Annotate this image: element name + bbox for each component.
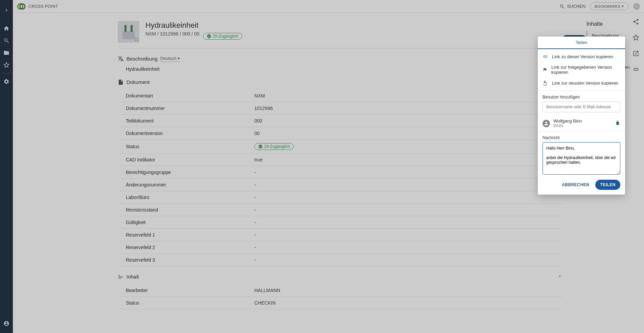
nav-account[interactable] <box>0 317 13 330</box>
table-row: Reservefeld 1- <box>118 229 563 241</box>
table-row: BearbeiterHALLMANN <box>118 284 563 297</box>
prop-key: Berechtigungsgruppe <box>118 166 246 179</box>
prop-value: true <box>246 154 563 166</box>
favorite-button[interactable] <box>632 34 639 42</box>
prop-key: Labor/Büro <box>118 191 246 204</box>
message-textarea[interactable] <box>543 142 620 175</box>
section-beschreibung: Beschreibung Deutsch ▾ Hydraulikeinheit <box>118 55 563 72</box>
table-row: DokumentartNXM <box>118 90 563 102</box>
add-user-label: Benutzer hinzufügen <box>538 91 625 102</box>
add-button[interactable]: + <box>633 3 640 10</box>
status-chip: 20-Zugänglich <box>254 143 294 150</box>
prop-value: 000 <box>246 115 563 127</box>
avatar-icon <box>543 120 550 127</box>
brand: CROSS·POINT <box>17 2 58 11</box>
prop-key: Dokumentversion <box>118 127 246 140</box>
brand-logo-icon <box>17 2 26 11</box>
open-external-button[interactable] <box>632 50 639 58</box>
table-row: Gültigkeit- <box>118 216 563 229</box>
prop-key: CAD Indikator <box>118 154 246 166</box>
cancel-button[interactable]: ABBRECHEN <box>558 180 593 190</box>
doc-thumbnail[interactable] <box>118 21 139 43</box>
svg-rect-4 <box>124 25 127 32</box>
chevron-down-icon: ▾ <box>178 56 180 61</box>
nav-favorites[interactable] <box>0 59 13 71</box>
list-icon <box>118 274 124 280</box>
plus-icon: + <box>635 4 638 9</box>
chevron-down-icon: ▾ <box>622 4 624 8</box>
collapse-icon[interactable] <box>557 273 563 280</box>
prop-key: Teildokument <box>118 115 246 127</box>
section-header-dokument[interactable]: Dokument <box>118 79 563 86</box>
bookmarks-button[interactable]: BOOKMARKS ▾ <box>590 2 628 10</box>
nav-divider <box>2 73 11 73</box>
section-dokument: Dokument DokumentartNXMDokumentnummer101… <box>118 79 563 266</box>
add-user-input[interactable] <box>543 102 620 112</box>
table-row: CAD Indikatortrue <box>118 154 563 166</box>
table-row: Änderungsnummer- <box>118 179 563 191</box>
status-chip-label: 20-Zugänglich <box>213 34 238 39</box>
share-button[interactable] <box>632 18 639 26</box>
prop-value: 20-Zugänglich <box>246 140 563 154</box>
section-header-beschreibung[interactable]: Beschreibung Deutsch ▾ <box>118 55 563 62</box>
message-label: Nachricht <box>538 131 625 142</box>
user-row: Wolfgang Binn BINN <box>538 116 625 131</box>
nav-settings[interactable] <box>0 75 13 88</box>
remove-user-button[interactable] <box>615 120 620 127</box>
table-row: Dokumentversion00 <box>118 127 563 140</box>
doc-path: NXM / 1012996 / 000 / 00 <box>145 31 200 37</box>
table-row: Labor/Büro- <box>118 191 563 204</box>
table-row: Teildokument000 <box>118 115 563 127</box>
copy-link-released-version[interactable]: Link zur freigegebenen Version kopieren <box>538 62 625 77</box>
nav-home[interactable] <box>0 22 13 35</box>
nav-search[interactable] <box>0 35 13 47</box>
table-row: Dokumentnummer1012996 <box>118 102 563 115</box>
copy-link-this-version[interactable]: Link zu dieser Version kopieren <box>538 51 625 62</box>
prop-key: Status <box>118 140 246 154</box>
svg-rect-3 <box>122 31 135 39</box>
prop-value: 00 <box>246 127 563 140</box>
search-label: SUCHEN <box>567 4 585 9</box>
prop-value: - <box>246 166 563 179</box>
share-popover: Teilen Link zu dieser Version kopieren L… <box>538 37 625 195</box>
table-row: Reservefeld 3- <box>118 254 563 266</box>
expand-thumbnail-icon[interactable] <box>134 37 139 42</box>
prop-value: - <box>246 179 563 191</box>
doc-header: Hydraulikeinheit NXM / 1012996 / 000 / 0… <box>118 21 563 48</box>
copy-link-latest-version[interactable]: Link zur neusten Version kopieren <box>538 77 625 88</box>
link-button[interactable] <box>632 66 639 74</box>
svg-rect-5 <box>131 25 133 32</box>
table-row: Status20-Zugänglich <box>118 140 563 154</box>
topbar: CROSS·POINT SUCHEN BOOKMARKS ▾ + <box>13 0 644 13</box>
expand-nav-button[interactable] <box>0 4 13 16</box>
share-submit-button[interactable]: TEILEN <box>595 180 620 190</box>
translate-icon <box>118 56 124 62</box>
language-selector[interactable]: Deutsch ▾ <box>160 56 180 62</box>
table-row: Berechtigungsgruppe- <box>118 166 563 179</box>
prop-key: Reservefeld 1 <box>118 229 246 241</box>
prop-value: - <box>246 191 563 204</box>
section-title: Beschreibung <box>127 56 158 62</box>
beschreibung-value: Hydraulikeinheit <box>118 66 563 72</box>
search-button[interactable]: SUCHEN <box>559 4 585 9</box>
user-full-name: Wolfgang Binn <box>553 118 612 124</box>
inhalt-table: BearbeiterHALLMANNStatusCHECKIN <box>118 284 563 309</box>
prop-value: - <box>246 254 563 266</box>
section-header-inhalt[interactable]: Inhalt <box>118 273 563 280</box>
nav-folder[interactable] <box>0 47 13 59</box>
brand-text: CROSS·POINT <box>28 4 58 9</box>
prop-key: Gültigkeit <box>118 216 246 229</box>
prop-key: Reservefeld 2 <box>118 241 246 254</box>
action-rail <box>628 13 644 333</box>
left-nav <box>0 0 13 333</box>
user-short-name: BINN <box>553 124 612 128</box>
document-icon <box>118 79 124 85</box>
status-chip: 20-Zugänglich <box>203 33 242 40</box>
section-inhalt: Inhalt BearbeiterHALLMANNStatusCHECKIN <box>118 273 563 309</box>
table-row: StatusCHECKIN <box>118 297 563 309</box>
prop-key: Bearbeiter <box>118 284 246 297</box>
prop-value: NXM <box>246 90 563 102</box>
prop-key: Dokumentart <box>118 90 246 102</box>
prop-value: - <box>246 229 563 241</box>
section-title: Dokument <box>127 79 150 85</box>
